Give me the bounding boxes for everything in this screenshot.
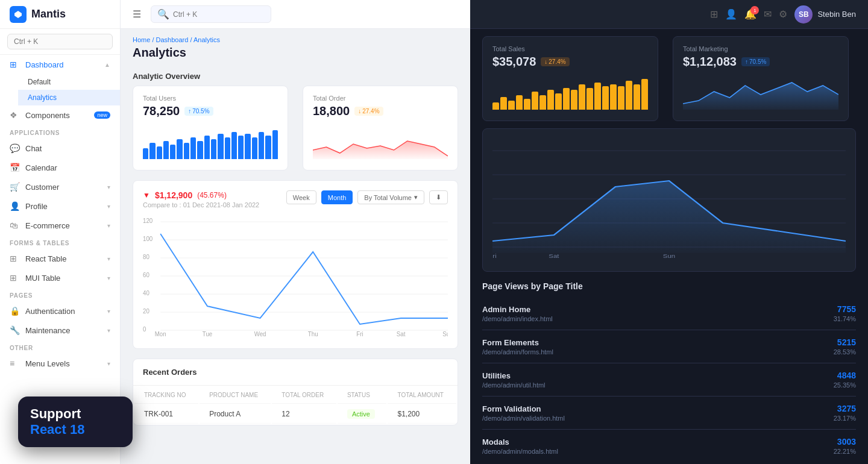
pv-count-3: 4848	[834, 371, 856, 380]
support-line1: Support	[30, 406, 121, 422]
apps-icon[interactable]: ⊞	[710, 8, 718, 20]
dark-line-card: Fri Sat Sun	[482, 128, 856, 272]
svg-text:Tue: Tue	[203, 331, 213, 336]
pv-title-2: Form Elements	[482, 338, 553, 347]
other-section-label: Other	[0, 340, 120, 354]
topbar-search-box[interactable]: 🔍	[151, 5, 271, 23]
marketing-badge: ↑ 70.5%	[741, 57, 770, 66]
table-row: TRK-001 Product A 12 Active $1,200	[134, 405, 456, 424]
up-arrow-icon: ↑	[188, 108, 191, 114]
sidebar-item-dashboard[interactable]: ⊞ Dashboard ▲	[0, 55, 120, 74]
sidebar-item-react-table[interactable]: ⊞ React Table ▾	[0, 249, 120, 268]
mail-icon[interactable]: ✉	[764, 8, 772, 20]
profile-label: Profile	[25, 202, 101, 211]
pv-right-5: 3003 22.21%	[834, 437, 856, 455]
breadcrumb-home[interactable]: Home	[133, 36, 150, 43]
stat-label-sales: Total Sales	[492, 45, 648, 52]
cell-tracking: TRK-001	[134, 405, 198, 424]
sidebar-item-ecommerce[interactable]: 🛍 E-commerce ▾	[0, 216, 120, 235]
sidebar-item-mui-table[interactable]: ⊞ MUI Table ▾	[0, 268, 120, 287]
sidebar-item-default[interactable]: Default	[18, 74, 120, 90]
topbar-search-input[interactable]	[173, 10, 265, 19]
income-header: ▼ $1,12,900 (45.67%) Compare to : 01 Dec…	[143, 190, 448, 208]
pv-item-4: Form Validation /demo/admin/validation.h…	[482, 397, 856, 430]
pv-url-5: /demo/admin/modals.html	[482, 448, 558, 455]
calendar-icon: 📅	[10, 163, 19, 172]
sidebar-item-menu-levels[interactable]: ≡ Menu Levels ▾	[0, 354, 120, 373]
avatar: SB	[794, 5, 813, 24]
sidebar-item-analytics[interactable]: Analytics	[18, 90, 120, 105]
person-icon[interactable]: 👤	[725, 8, 737, 20]
pv-title-5: Modals	[482, 437, 558, 447]
pv-right-4: 3275 23.17%	[834, 404, 856, 422]
components-badge: new	[94, 111, 110, 119]
settings-icon[interactable]: ⚙	[779, 8, 787, 20]
support-badge[interactable]: Support React 18	[18, 397, 133, 447]
svg-text:Wed: Wed	[254, 331, 266, 336]
pv-url-4: /demo/admin/validation.html	[482, 415, 565, 422]
pv-right-3: 4848 25.35%	[834, 371, 856, 389]
support-line2: React 18	[30, 422, 121, 437]
profile-icon: 👤	[10, 201, 19, 211]
ecommerce-icon: 🛍	[10, 221, 19, 230]
page-title: Analytics	[133, 46, 458, 60]
svg-text:100: 100	[143, 236, 153, 242]
pv-url-1: /demo/admin/index.html	[482, 315, 553, 322]
sidebar-search-input[interactable]	[7, 34, 113, 49]
orders-table-header: TRACKING NO PRODUCT NAME TOTAL ORDER STA…	[134, 387, 456, 404]
select-arrow: ▾	[414, 193, 418, 201]
analytic-overview-title: Analytic Overview	[121, 64, 470, 86]
sidebar-item-customer[interactable]: 🛒 Customer ▾	[0, 177, 120, 196]
breadcrumb-dashboard[interactable]: Dashboard	[156, 36, 189, 43]
pv-count-4: 3275	[834, 404, 856, 413]
volume-select[interactable]: By Total Volume ▾	[357, 190, 424, 204]
stat-value-sales: $35,078	[492, 55, 536, 69]
svg-text:120: 120	[143, 218, 153, 224]
col-total-amount: TOTAL AMOUNT	[388, 387, 456, 404]
income-value-row: ▼ $1,12,900 (45.67%)	[143, 190, 259, 200]
analytics-label: Analytics	[28, 93, 110, 102]
customer-icon: 🛒	[10, 182, 19, 192]
stat-label-order: Total Order	[313, 95, 448, 102]
svg-text:Thu: Thu	[308, 331, 318, 336]
pv-count-2: 5215	[834, 337, 856, 347]
orders-header: Recent Orders	[133, 359, 458, 386]
page-views-list: Admin Home /demo/admin/index.html 7755 3…	[482, 297, 856, 462]
users-bar-chart	[143, 123, 278, 159]
hamburger-icon[interactable]: ☰	[133, 8, 141, 20]
sidebar-item-calendar[interactable]: 📅 Calendar	[0, 158, 120, 177]
sidebar-item-components[interactable]: ❖ Components new	[0, 105, 120, 125]
sidebar-item-chat[interactable]: 💬 Chat	[0, 139, 120, 158]
income-pct: (45.67%)	[197, 191, 227, 199]
sidebar-dashboard-label: Dashboard	[25, 60, 98, 69]
user-avatar-wrap[interactable]: SB Stebin Ben	[794, 5, 856, 24]
dark-line-chart: Fri Sat Sun	[492, 139, 846, 259]
sidebar-item-maintenance[interactable]: 🔧 Maintenance ▾	[0, 321, 120, 340]
default-label: Default	[28, 78, 110, 86]
sales-bar-chart	[492, 74, 648, 110]
month-button[interactable]: Month	[321, 190, 353, 204]
pv-left-3: Utilities /demo/admin/util.html	[482, 371, 546, 389]
stat-card-order: Total Order 18,800 ↓ 27.4%	[303, 86, 458, 171]
pv-item-2: Form Elements /demo/admin/forms.html 521…	[482, 330, 856, 363]
week-button[interactable]: Week	[286, 190, 316, 204]
main-dark-panel: ⊞ 👤 🔔 1 ✉ ⚙ SB Stebin Ben Total Sales $3…	[470, 0, 868, 464]
download-button[interactable]: ⬇	[429, 190, 448, 204]
react-table-icon: ⊞	[10, 254, 19, 263]
sidebar-logo: Mantis	[0, 0, 120, 29]
maintenance-label: Maintenance	[25, 326, 101, 335]
chevron-down-icon4: ▾	[107, 256, 110, 262]
user-name: Stebin Ben	[817, 10, 856, 19]
logo-icon	[10, 6, 27, 23]
sidebar-search-wrap	[0, 29, 120, 55]
notification-icon[interactable]: 🔔 1	[744, 8, 756, 20]
sidebar-item-profile[interactable]: 👤 Profile ▾	[0, 196, 120, 216]
cell-status: Active	[338, 405, 387, 424]
users-badge: ↑ 70.5%	[184, 107, 213, 116]
components-icon: ❖	[10, 110, 19, 120]
sidebar: Mantis ⊞ Dashboard ▲ Default Analytics ❖…	[0, 0, 121, 464]
stat-value-order: 18,800	[313, 104, 350, 118]
sidebar-item-authentication[interactable]: 🔒 Authentication ▾	[0, 301, 120, 321]
svg-text:Mon: Mon	[155, 331, 166, 336]
income-value: $1,12,900	[155, 190, 192, 200]
